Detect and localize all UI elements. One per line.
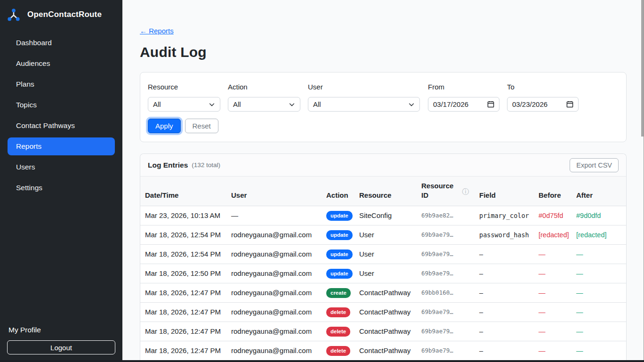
- cell-resource: ContactPathway: [354, 322, 417, 341]
- logout-button[interactable]: Logout: [7, 340, 115, 354]
- col-header-resource-id: Resource IDⓘ: [417, 177, 475, 206]
- cell-datetime: Mar 18, 2026, 12:54 PM: [140, 245, 226, 264]
- cell-field: –: [475, 322, 534, 341]
- cell-after: —: [572, 322, 626, 341]
- cell-resource: User: [354, 225, 417, 245]
- log-entries-header: Log Entries (132 total) Export CSV: [140, 154, 626, 177]
- to-date-label: To: [507, 83, 579, 91]
- cell-datetime: Mar 18, 2026, 12:50 PM: [140, 264, 226, 283]
- export-csv-button[interactable]: Export CSV: [570, 158, 619, 172]
- cell-after: —: [572, 341, 626, 361]
- cell-resource-id: 69b9ae79…: [417, 225, 475, 245]
- calendar-icon: [487, 101, 494, 108]
- cell-user: —: [226, 206, 322, 225]
- cell-field: –: [475, 341, 534, 361]
- cell-after: —: [572, 264, 626, 283]
- cell-action: delete: [322, 341, 354, 361]
- col-header-user: User: [226, 177, 322, 206]
- sidebar-item-reports[interactable]: Reports: [8, 137, 115, 155]
- cell-action: update: [322, 264, 354, 283]
- from-date-label: From: [428, 83, 499, 91]
- cell-action: delete: [322, 322, 354, 341]
- cell-before: —: [534, 303, 572, 322]
- cell-resource-id: 69b9ae79…: [417, 264, 475, 283]
- page-title: Audit Log: [140, 44, 627, 60]
- cell-resource: ContactPathway: [354, 283, 417, 303]
- sidebar-item-topics[interactable]: Topics: [8, 96, 115, 114]
- cell-resource-id: 69b9ae79…: [417, 322, 475, 341]
- sidebar-item-plans[interactable]: Plans: [8, 75, 115, 93]
- resource-filter-select[interactable]: All: [148, 97, 220, 112]
- cell-resource-id: 69bb0160…: [417, 283, 475, 303]
- from-date-input[interactable]: 03/17/2026: [428, 97, 499, 112]
- log-row: Mar 18, 2026, 12:47 PMrodneygauna@gmail.…: [140, 303, 626, 322]
- action-badge: create: [326, 288, 351, 298]
- log-row: Mar 18, 2026, 12:47 PMrodneygauna@gmail.…: [140, 283, 626, 303]
- cell-resource-id: 69b9ae79…: [417, 303, 475, 322]
- chevron-down-icon: [209, 101, 215, 108]
- cell-datetime: Mar 23, 2026, 10:13 AM: [140, 206, 226, 225]
- cell-action: update: [322, 225, 354, 245]
- filter-panel: Resource All Action All User All: [140, 72, 627, 142]
- chevron-down-icon: [408, 101, 415, 108]
- col-header-resource: Resource: [354, 177, 417, 206]
- cell-field: –: [475, 245, 534, 264]
- sidebar-item-audiences[interactable]: Audiences: [8, 55, 115, 72]
- to-date-input[interactable]: 03/23/2026: [507, 97, 579, 112]
- action-badge: delete: [326, 307, 350, 317]
- back-to-reports-link[interactable]: ← Reports: [140, 27, 174, 35]
- cell-datetime: Mar 18, 2026, 12:47 PM: [140, 341, 226, 361]
- action-badge: delete: [326, 346, 350, 356]
- cell-field: –: [475, 303, 534, 322]
- cell-field: password_hash: [475, 225, 534, 245]
- col-header-after: After: [572, 177, 626, 206]
- cell-resource: User: [354, 245, 417, 264]
- app-logo-icon: [7, 8, 21, 22]
- cell-field: –: [475, 264, 534, 283]
- sidebar-item-dashboard[interactable]: Dashboard: [8, 34, 115, 52]
- cell-before: —: [534, 283, 572, 303]
- cell-action: delete: [322, 303, 354, 322]
- cell-user: rodneygauna@gmail.com: [226, 322, 322, 341]
- cell-resource: ContactPathway: [354, 303, 417, 322]
- cell-resource: SiteConfig: [354, 206, 417, 225]
- col-header-field: Field: [475, 177, 534, 206]
- sidebar-item-contact-pathways[interactable]: Contact Pathways: [8, 117, 115, 135]
- user-filter-select[interactable]: All: [308, 97, 420, 112]
- log-row: Mar 18, 2026, 12:54 PMrodneygauna@gmail.…: [140, 225, 626, 245]
- table-header-row: Date/Time User Action Resource Resource …: [140, 177, 626, 206]
- log-row: Mar 18, 2026, 12:47 PMrodneygauna@gmail.…: [140, 322, 626, 341]
- cell-after: —: [572, 283, 626, 303]
- cell-before: —: [534, 264, 572, 283]
- action-filter-select[interactable]: All: [228, 97, 300, 112]
- log-row: Mar 18, 2026, 12:54 PMrodneygauna@gmail.…: [140, 245, 626, 264]
- log-row: Mar 23, 2026, 10:13 AM—updateSiteConfig6…: [140, 206, 626, 225]
- cell-before: #0d75fd: [534, 206, 572, 225]
- cell-resource-id: 69b9ae79…: [417, 341, 475, 361]
- main-content: ← Reports Audit Log Resource All Action …: [122, 0, 644, 362]
- reset-button[interactable]: Reset: [185, 119, 218, 133]
- cell-after: —: [572, 245, 626, 264]
- sidebar-item-my-profile[interactable]: My Profile: [7, 326, 115, 334]
- cell-action: create: [322, 283, 354, 303]
- cell-after: #9d0dfd: [572, 206, 626, 225]
- cell-before: —: [534, 245, 572, 264]
- info-icon[interactable]: ⓘ: [462, 188, 469, 195]
- log-entries-title: Log Entries: [148, 161, 188, 169]
- sidebar-nav: DashboardAudiencesPlansTopicsContact Pat…: [0, 34, 122, 326]
- cell-datetime: Mar 18, 2026, 12:54 PM: [140, 225, 226, 245]
- cell-after: —: [572, 303, 626, 322]
- cell-before: [redacted]: [534, 225, 572, 245]
- resource-filter-label: Resource: [148, 83, 220, 91]
- cell-user: rodneygauna@gmail.com: [226, 264, 322, 283]
- chevron-down-icon: [289, 101, 295, 108]
- log-row: Mar 18, 2026, 12:50 PMrodneygauna@gmail.…: [140, 264, 626, 283]
- sidebar-item-users[interactable]: Users: [8, 158, 115, 176]
- log-entries-card: Log Entries (132 total) Export CSV Date/…: [140, 153, 627, 362]
- cell-resource-id: 69b9ae79…: [417, 245, 475, 264]
- cell-user: rodneygauna@gmail.com: [226, 245, 322, 264]
- action-badge: update: [326, 249, 353, 259]
- apply-button[interactable]: Apply: [148, 119, 181, 133]
- sidebar-item-settings[interactable]: Settings: [8, 179, 115, 197]
- log-row: Mar 18, 2026, 12:47 PMrodneygauna@gmail.…: [140, 341, 626, 361]
